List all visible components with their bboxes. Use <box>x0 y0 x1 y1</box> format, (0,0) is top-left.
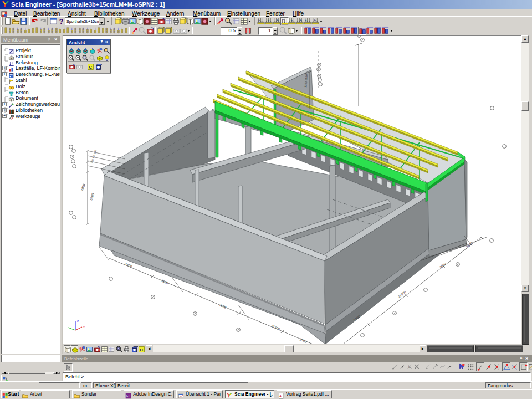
svg-text:F: F <box>291 18 293 22</box>
svg-text:Id: Id <box>126 394 130 398</box>
svg-text:5300: 5300 <box>89 192 95 201</box>
svg-text:A: A <box>279 395 282 398</box>
svg-text:C: C <box>89 65 92 70</box>
svg-text:?: ? <box>59 18 63 25</box>
svg-text:F: F <box>282 19 284 22</box>
svg-text:F: F <box>258 18 260 22</box>
svg-text:z: z <box>77 319 79 323</box>
svg-text:C: C <box>140 347 143 352</box>
svg-text:F: F <box>268 18 270 22</box>
svg-text:7500: 7500 <box>219 303 227 309</box>
svg-text:F: F <box>277 18 279 22</box>
svg-text:3500: 3500 <box>439 262 447 269</box>
svg-text:2500: 2500 <box>299 337 308 344</box>
svg-text:x: x <box>83 325 85 329</box>
svg-text:3500: 3500 <box>161 279 169 285</box>
svg-text:F: F <box>305 18 307 22</box>
svg-text:21000: 21000 <box>397 290 407 298</box>
svg-text:F: F <box>300 18 303 22</box>
svg-text:(7500: (7500 <box>272 324 281 331</box>
svg-text:3840: 3840 <box>466 241 474 248</box>
svg-text:F: F <box>314 18 316 22</box>
svg-text:G: G <box>408 365 411 369</box>
svg-text:4850: 4850 <box>80 183 86 191</box>
